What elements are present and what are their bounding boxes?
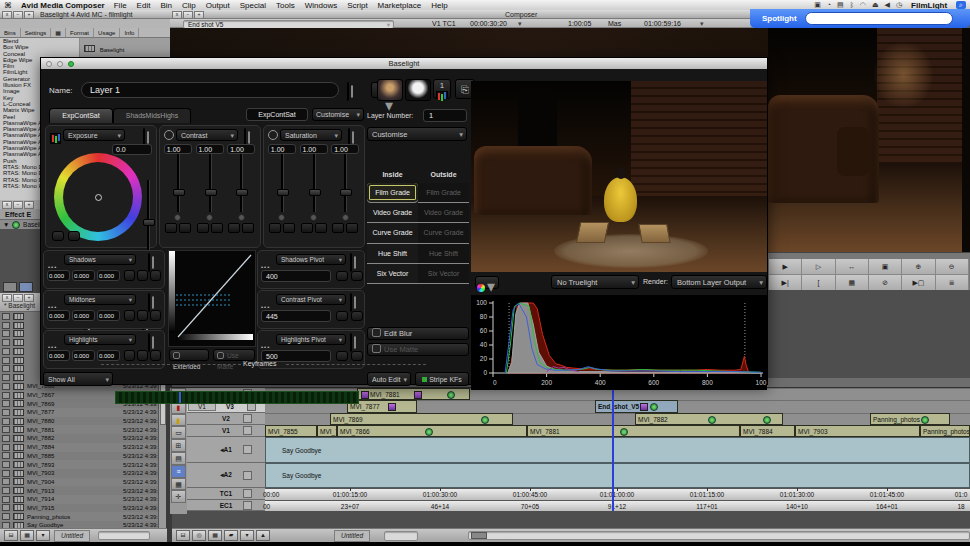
delete-layer-button[interactable] (347, 82, 349, 101)
saturation-slider[interactable] (266, 154, 298, 212)
bin-row[interactable]: MVI_7881 5/23/12 4:39: (0, 425, 170, 434)
band-value-r[interactable]: 0.000 (47, 310, 70, 321)
band-opt-3[interactable] (150, 350, 161, 361)
band-dropdown[interactable]: Shadows (64, 254, 136, 265)
band-reset-button[interactable] (148, 253, 150, 272)
bin-row[interactable]: MVI_7904 5/23/12 4:39: (0, 478, 170, 487)
bin-row-checkbox[interactable] (2, 513, 10, 520)
inside-grade-button[interactable]: Video Grade (367, 203, 418, 223)
audio-clip[interactable]: Say Goodbye (265, 463, 970, 488)
band-dropdown[interactable]: Midtones (64, 294, 136, 305)
bin-row-checkbox[interactable] (2, 409, 10, 416)
band-value-b[interactable]: 0.000 (97, 270, 120, 281)
bin-row[interactable]: Panning_photos 5/23/12 4:39: (0, 512, 170, 521)
band-dropdown[interactable]: Highlights (64, 334, 136, 345)
bin-tab[interactable]: Untitled (54, 530, 90, 542)
bin-row[interactable]: MVI_7914 5/23/12 4:39: (0, 495, 170, 504)
timeline-clip[interactable]: MVI_7882 (635, 413, 783, 425)
tc2-dropdown-arrow[interactable]: ▾ (700, 20, 704, 28)
clip-name[interactable]: MVI_7904 (27, 479, 106, 485)
gallery-thumb-matte[interactable] (405, 79, 431, 101)
slider-buttons[interactable] (228, 223, 254, 233)
scope-mode-button[interactable] (475, 276, 499, 289)
status-icon[interactable]: ▤ (837, 1, 844, 9)
band-value-g[interactable]: 0.000 (72, 310, 95, 321)
contrast-value-field[interactable]: 1.00 (196, 144, 224, 154)
timeline-clip[interactable]: MVI_78 (317, 425, 337, 437)
apple-menu-icon[interactable]: ⌘ (4, 1, 12, 10)
track-id[interactable]: A2 (213, 471, 239, 479)
band-reset-button[interactable] (148, 293, 150, 312)
saturation-value-field[interactable]: 1.00 (268, 144, 296, 154)
timeline-clip[interactable]: MVI_7866 (337, 425, 527, 437)
slider-buttons[interactable] (301, 223, 327, 233)
bin-row-checkbox[interactable] (2, 496, 10, 503)
outside-grade-button[interactable]: Hue Shift (418, 244, 469, 264)
bin-row-checkbox[interactable] (2, 426, 10, 433)
tab-expcontsat[interactable]: ExpContSat (49, 108, 113, 123)
timeline-footer-button[interactable]: ⊟ (176, 530, 190, 541)
track-header[interactable]: A1 (187, 437, 265, 463)
clip-name[interactable]: MVI_7915 (27, 505, 106, 511)
pivot-reset-button[interactable] (350, 253, 352, 272)
spotlight-menu-icon[interactable]: ⌕ (956, 1, 966, 9)
toolbar-button[interactable]: ↔ (836, 259, 869, 274)
track-header[interactable]: V2 (187, 413, 265, 425)
record-monitor[interactable] (768, 28, 970, 252)
clip-name[interactable]: MVI_7867 (27, 392, 106, 398)
toolbar-button[interactable]: ▣ (869, 259, 902, 274)
exposure-opt-button-2[interactable] (68, 231, 80, 241)
status-icon[interactable]: ᛒ (850, 1, 854, 9)
inside-grade-button[interactable]: Six Vector (367, 264, 418, 284)
toolbar-button[interactable]: ▶▢ (902, 275, 935, 290)
toolbar-button[interactable]: ▶ (769, 259, 802, 274)
bin-row-checkbox[interactable] (2, 452, 10, 459)
bin-row-checkbox[interactable] (2, 418, 10, 425)
band-value-g[interactable]: 0.000 (72, 270, 95, 281)
bin-row[interactable]: MVI_7893 5/23/12 4:39: (0, 460, 170, 469)
pivot-opt-1[interactable] (336, 271, 348, 281)
pivot-reset-button[interactable] (350, 333, 352, 352)
band-opt-3[interactable] (150, 270, 161, 281)
saturation-slider[interactable] (298, 154, 330, 212)
menu-item[interactable]: Output (206, 1, 230, 10)
slider-dot[interactable] (278, 214, 285, 221)
use-matte-button[interactable]: Use Matte (367, 343, 469, 356)
toolbar-button[interactable]: ⊕ (902, 259, 935, 274)
timecode-current[interactable]: 00:00:30:20 (470, 20, 507, 27)
menu-item[interactable]: Marketplace (378, 1, 422, 10)
status-icon[interactable]: ▣ (814, 1, 821, 9)
effect-enable-icon[interactable] (19, 282, 33, 292)
clip-name[interactable]: MVI_7884 (27, 444, 106, 450)
timeline-tool-button[interactable]: ✛ (171, 490, 186, 503)
track-monitor-toggle[interactable] (243, 489, 252, 498)
clip-name[interactable]: MVI_7885 (27, 453, 106, 459)
bin-row[interactable]: MVI_7882 5/23/12 4:39: (0, 434, 170, 443)
timeline-clip[interactable]: MVI_7881 (527, 425, 740, 437)
edgecode-ruler[interactable]: 0023+0746+1470+0591+12117+01140+10164+01… (265, 500, 970, 511)
timeline-tool-button[interactable]: ▮ (171, 414, 186, 427)
clip-name[interactable]: MVI_7893 (27, 462, 106, 468)
track-header[interactable]: TC1 (187, 488, 265, 500)
show-all-dropdown[interactable]: Show All (43, 372, 113, 386)
track-id[interactable]: TC1 (213, 490, 239, 497)
bin-row-checkbox[interactable] (2, 461, 10, 468)
render-dropdown[interactable]: Bottom Layer Output (671, 275, 767, 289)
inside-grade-button[interactable]: Hue Shift (367, 244, 418, 264)
band-opt-1[interactable] (124, 350, 135, 361)
timeline-clip[interactable]: MVI_7903 (795, 425, 920, 437)
track-header[interactable]: V1 (187, 425, 265, 437)
menu-item[interactable]: Windows (305, 1, 337, 10)
keyframe-track[interactable] (115, 391, 359, 404)
bin-row-checkbox[interactable] (2, 400, 10, 407)
track-monitor-toggle[interactable] (243, 426, 252, 435)
bin-row-checkbox[interactable] (2, 435, 10, 442)
timeline-clip[interactable]: MVI_7881 (357, 388, 470, 400)
clip-name[interactable]: MVI_7869 (27, 401, 106, 407)
timeline-footer-button[interactable]: ◎ (192, 530, 206, 541)
band-value-g[interactable]: 0.000 (72, 350, 95, 361)
layer-count-badge[interactable]: 1 (433, 79, 451, 99)
slider-dot[interactable] (310, 214, 317, 221)
timeline-footer-button[interactable]: ▰ (224, 530, 238, 541)
status-icon[interactable]: ◠ (860, 1, 866, 9)
